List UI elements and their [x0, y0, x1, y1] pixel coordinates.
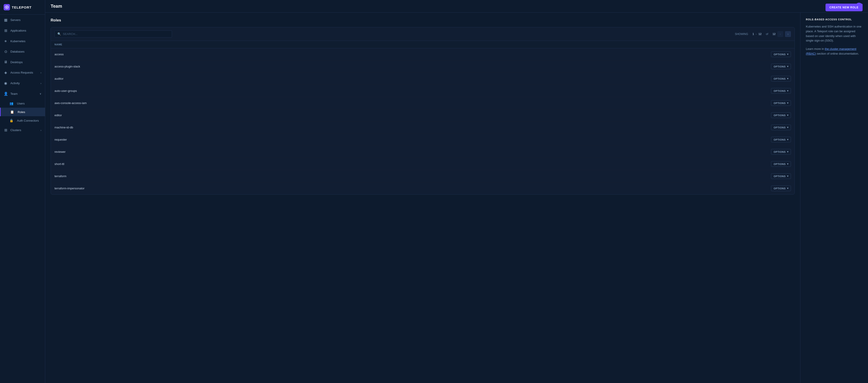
clusters-icon: ⊞ — [4, 128, 8, 132]
showing-separator: - — [756, 33, 757, 36]
sidebar-item-label: Kubernetes — [10, 39, 26, 43]
chevron-down-icon: ▾ — [787, 150, 789, 153]
table-header: NAME — [51, 41, 795, 48]
chevron-down-icon: ▾ — [787, 53, 789, 56]
table-row[interactable]: short-ttl OPTIONS ▾ — [51, 158, 795, 170]
table-toolbar: 🔍 SHOWING 1 - 12 of 12 ‹ › — [51, 27, 795, 41]
role-name: requester — [55, 138, 771, 141]
servers-icon: ▦ — [4, 18, 8, 22]
options-button[interactable]: OPTIONS ▾ — [771, 76, 791, 81]
options-button[interactable]: OPTIONS ▾ — [771, 64, 791, 69]
showing-end: 12 — [758, 33, 762, 36]
role-name: access — [55, 53, 771, 56]
rbac-desc-2: section of online documentation. — [816, 52, 859, 55]
role-name: auditor — [55, 77, 771, 80]
sidebar-item-label: Team — [10, 92, 18, 96]
chevron-down-icon: ▾ — [787, 90, 789, 92]
chevron-right-icon: › — [40, 129, 41, 132]
table-row[interactable]: editor OPTIONS ▾ — [51, 109, 795, 121]
sidebar-item-databases[interactable]: ⊙ Databases — [0, 46, 45, 57]
options-button[interactable]: OPTIONS ▾ — [771, 100, 791, 106]
sidebar-item-clusters[interactable]: ⊞ Clusters › — [0, 125, 45, 135]
sidebar-item-label: Desktops — [10, 61, 23, 64]
sidebar-sub-item-users[interactable]: 👥 Users — [0, 99, 45, 108]
options-button[interactable]: OPTIONS ▾ — [771, 185, 791, 191]
sidebar-sub-item-label: Users — [17, 102, 25, 105]
showing-text: SHOWING 1 - 12 of 12 ‹ › — [735, 31, 791, 37]
sidebar-item-label: Access Requests — [10, 71, 33, 74]
role-name: terraform-impersonator — [55, 187, 771, 190]
roles-icon: 📋 — [10, 110, 14, 114]
chevron-right-icon: › — [40, 71, 41, 74]
table-row[interactable]: requester OPTIONS ▾ — [51, 134, 795, 146]
prev-page-button[interactable]: ‹ — [777, 31, 783, 37]
team-icon: 👤 — [4, 92, 8, 96]
sidebar-sub-item-label: Roles — [18, 110, 25, 114]
options-button[interactable]: OPTIONS ▾ — [771, 51, 791, 57]
column-name-header: NAME — [55, 43, 791, 46]
table-row[interactable]: reviewer OPTIONS ▾ — [51, 146, 795, 158]
options-button[interactable]: OPTIONS ▾ — [771, 125, 791, 130]
role-name: editor — [55, 113, 771, 117]
chevron-down-icon: ▾ — [787, 102, 789, 104]
role-name: machine-id-db — [55, 126, 771, 129]
main-content: Team dumez-k D Roles 🔍 SHOWING — [45, 0, 868, 383]
next-page-button[interactable]: › — [785, 31, 791, 37]
content-area: Roles 🔍 SHOWING 1 - 12 of — [45, 13, 868, 383]
search-wrapper[interactable]: 🔍 — [55, 31, 172, 37]
role-name: terraform — [55, 174, 771, 178]
table-row[interactable]: access OPTIONS ▾ — [51, 48, 795, 61]
rbac-description-1: Kubernetes and SSH authentication in one… — [806, 24, 863, 43]
search-icon: 🔍 — [57, 32, 61, 36]
options-button[interactable]: OPTIONS ▾ — [771, 88, 791, 94]
table-row[interactable]: aws-console-access-iam OPTIONS ▾ — [51, 97, 795, 109]
svg-point-1 — [6, 6, 7, 8]
table-row[interactable]: auto-user-groups OPTIONS ▾ — [51, 85, 795, 97]
table-row[interactable]: terraform OPTIONS ▾ — [51, 170, 795, 182]
table-row[interactable]: auditor OPTIONS ▾ — [51, 73, 795, 85]
sidebar-item-activity[interactable]: ◉ Activity › — [0, 78, 45, 89]
options-button[interactable]: OPTIONS ▾ — [771, 137, 791, 142]
chevron-down-icon: ▾ — [787, 175, 789, 178]
sidebar-item-label: Activity — [10, 81, 20, 85]
chevron-down-icon: ▾ — [787, 138, 789, 141]
users-icon: 👥 — [9, 102, 13, 105]
showing-start: 1 — [752, 33, 754, 36]
desktops-icon: 🖥 — [4, 60, 8, 64]
options-button[interactable]: OPTIONS ▾ — [771, 149, 791, 154]
table-row[interactable]: terraform-impersonator OPTIONS ▾ — [51, 182, 795, 194]
search-input[interactable] — [63, 32, 126, 36]
sidebar-item-desktops[interactable]: 🖥 Desktops — [0, 57, 45, 67]
page-title: Team — [51, 4, 62, 9]
options-button[interactable]: OPTIONS ▾ — [771, 112, 791, 118]
logo-icon — [4, 4, 10, 10]
right-panel: ROLE-BASED ACCESS CONTROL Kubernetes and… — [800, 13, 868, 383]
sidebar-item-applications[interactable]: ⊞ Applications — [0, 25, 45, 36]
create-role-button[interactable]: CREATE NEW ROLE — [826, 4, 863, 11]
logo-text: TELEPORT — [12, 5, 32, 9]
options-button[interactable]: OPTIONS ▾ — [771, 161, 791, 167]
table-row[interactable]: machine-id-db OPTIONS ▾ — [51, 121, 795, 134]
sidebar-item-team[interactable]: 👤 Team ∨ — [0, 89, 45, 99]
sidebar-sub-item-auth-connectors[interactable]: 🔒 Auth Connectors — [0, 116, 45, 125]
auth-connectors-icon: 🔒 — [9, 119, 13, 122]
applications-icon: ⊞ — [4, 28, 8, 33]
rbac-learn-more: Learn more in the cluster management (RB… — [806, 47, 863, 56]
role-name: reviewer — [55, 150, 771, 153]
sidebar-item-access-requests[interactable]: ◈ Access Requests › — [0, 67, 45, 78]
sidebar-item-label: Clusters — [10, 129, 21, 132]
learn-more-prefix: Learn more in — [806, 47, 825, 50]
role-name: short-ttl — [55, 162, 771, 166]
activity-icon: ◉ — [4, 81, 8, 85]
sidebar: TELEPORT ▦ Servers ⊞ Applications ⎈ Kube… — [0, 0, 45, 383]
role-name: auto-user-groups — [55, 89, 771, 93]
chevron-down-icon: ▾ — [787, 77, 789, 80]
sidebar-sub-item-roles[interactable]: 📋 Roles — [0, 108, 45, 116]
logo[interactable]: TELEPORT — [0, 0, 45, 15]
roles-rows: access OPTIONS ▾ access-plugin-slack OPT… — [51, 48, 795, 194]
roles-subtitle: Roles — [51, 18, 795, 23]
table-row[interactable]: access-plugin-slack OPTIONS ▾ — [51, 61, 795, 73]
options-button[interactable]: OPTIONS ▾ — [771, 173, 791, 179]
sidebar-item-kubernetes[interactable]: ⎈ Kubernetes — [0, 36, 45, 46]
sidebar-item-servers[interactable]: ▦ Servers — [0, 15, 45, 25]
